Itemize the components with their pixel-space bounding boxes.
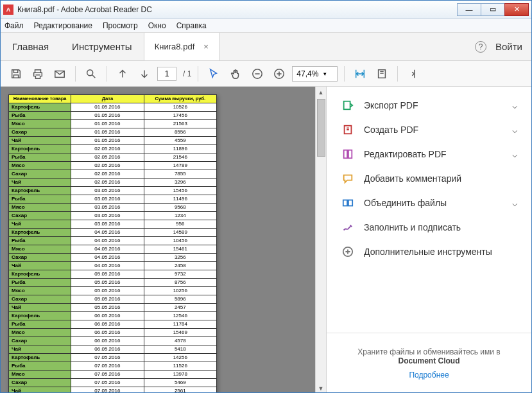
- tool-item[interactable]: Добавить комментарий: [327, 166, 531, 191]
- menu-window[interactable]: Окно: [148, 21, 166, 30]
- svg-rect-10: [348, 200, 352, 206]
- table-header: Дата: [71, 95, 144, 103]
- data-table: Наименование товараДатаСумма выручки, ру…: [8, 94, 217, 393]
- scroll-down-icon[interactable]: ▼: [316, 383, 326, 393]
- tool-icon: [341, 172, 355, 185]
- save-icon[interactable]: [7, 65, 25, 83]
- table-header: Сумма выручки, руб.: [144, 95, 216, 103]
- table-row: Чай06.05.20165418: [9, 345, 217, 354]
- scroll-thumb[interactable]: [317, 99, 325, 157]
- window-title: Книга8.pdf - Adobe Acrobat Reader DC: [17, 5, 152, 14]
- page-total: / 1: [183, 69, 191, 78]
- table-row: Картофель01.05.201610526: [9, 103, 217, 112]
- scroll-up-icon[interactable]: ▲: [316, 87, 326, 98]
- tab-document[interactable]: Книга8.pdf ×: [144, 33, 219, 60]
- tool-label: Объединить файлы: [364, 198, 447, 208]
- pdf-page: Наименование товараДатаСумма выручки, ру…: [8, 94, 217, 393]
- menu-help[interactable]: Справка: [176, 21, 207, 30]
- table-row: Мясо04.05.201615461: [9, 245, 217, 254]
- tool-label: Создать PDF: [364, 125, 418, 135]
- promo-link[interactable]: Подробнее: [341, 371, 517, 380]
- table-row: Мясо05.05.201610256: [9, 287, 217, 295]
- fit-width-icon[interactable]: [351, 65, 369, 83]
- page-number-input[interactable]: [157, 67, 176, 81]
- viewer-scrollbar[interactable]: ▲ ▼: [315, 87, 326, 393]
- table-row: Чай02.05.20163296: [9, 179, 217, 187]
- tabbar: Главная Инструменты Книга8.pdf × ? Войти: [1, 33, 531, 61]
- search-icon[interactable]: [82, 65, 100, 83]
- table-row: Картофель05.05.20169732: [9, 270, 217, 279]
- table-row: Рыба04.05.201610456: [9, 237, 217, 245]
- tab-home[interactable]: Главная: [1, 33, 60, 60]
- tab-tools[interactable]: Инструменты: [60, 33, 144, 60]
- table-row: Рыба03.05.201611496: [9, 195, 217, 204]
- tools-panel: Экспорт PDF⌵Создать PDF⌵Редактировать PD…: [326, 87, 531, 393]
- table-row: Мясо02.05.201614789: [9, 162, 217, 170]
- tool-icon: [341, 221, 355, 234]
- tool-icon: [341, 197, 355, 209]
- tool-label: Редактировать PDF: [364, 149, 447, 159]
- print-icon[interactable]: [29, 65, 47, 83]
- close-tab-icon[interactable]: ×: [203, 42, 209, 51]
- table-row: Картофель04.05.201614589: [9, 229, 217, 237]
- zoom-select[interactable]: 47,4%▾: [292, 66, 338, 82]
- tool-item[interactable]: Дополнительные инструменты: [327, 240, 531, 264]
- chevron-down-icon: ⌵: [512, 198, 517, 208]
- app-icon: A: [3, 4, 13, 15]
- table-row: Сахар06.05.20164578: [9, 337, 217, 345]
- menu-file[interactable]: Файл: [4, 21, 24, 30]
- table-row: Чай01.05.20164559: [9, 137, 217, 145]
- login-button[interactable]: Войти: [495, 41, 522, 52]
- chevron-down-icon: ⌵: [512, 149, 517, 159]
- chevron-down-icon: ⌵: [512, 100, 517, 110]
- svg-rect-9: [343, 200, 347, 206]
- tool-item[interactable]: Создать PDF⌵: [327, 118, 531, 142]
- table-row: Чай05.05.20162457: [9, 304, 217, 312]
- page-down-icon[interactable]: [135, 65, 153, 83]
- maximize-button[interactable]: ▭: [481, 3, 505, 16]
- menu-view[interactable]: Просмотр: [103, 21, 138, 30]
- page-up-icon[interactable]: [114, 65, 132, 83]
- table-row: Сахар04.05.20163256: [9, 254, 217, 262]
- tool-item[interactable]: Экспорт PDF⌵: [327, 93, 531, 118]
- table-row: Чай04.05.20162458: [9, 262, 217, 270]
- tool-icon: [341, 245, 355, 258]
- table-row: Чай07.05.20162561: [9, 387, 217, 394]
- select-tool-icon[interactable]: [205, 65, 223, 83]
- help-icon[interactable]: ?: [475, 41, 486, 53]
- table-row: Сахар02.05.20167855: [9, 170, 217, 179]
- document-viewer[interactable]: Наименование товараДатаСумма выручки, ру…: [1, 87, 315, 393]
- hand-tool-icon[interactable]: [227, 65, 245, 83]
- table-row: Картофель07.05.201614256: [9, 354, 217, 362]
- email-icon[interactable]: [51, 65, 69, 83]
- table-row: Чай03.05.2016956: [9, 220, 217, 229]
- tab-document-label: Книга8.pdf: [155, 42, 195, 51]
- tool-label: Экспорт PDF: [364, 100, 418, 110]
- table-row: Сахар05.05.20165896: [9, 295, 217, 304]
- menu-edit[interactable]: Редактирование: [34, 21, 92, 30]
- tool-item[interactable]: Объединить файлы⌵: [327, 191, 531, 215]
- table-row: Рыба02.05.201621546: [9, 153, 217, 162]
- collapse-panel-icon[interactable]: [404, 65, 422, 83]
- tool-icon: [341, 148, 355, 161]
- tool-item[interactable]: Редактировать PDF⌵: [327, 142, 531, 166]
- svg-rect-7: [344, 150, 347, 159]
- table-row: Сахар01.05.20168556: [9, 128, 217, 137]
- tool-item[interactable]: Заполнить и подписать: [327, 215, 531, 240]
- table-row: Рыба01.05.201617456: [9, 112, 217, 120]
- menubar: Файл Редактирование Просмотр Окно Справк…: [1, 19, 531, 33]
- svg-rect-5: [344, 101, 350, 110]
- table-row: Картофель06.05.201612546: [9, 312, 217, 320]
- close-button[interactable]: ✕: [504, 3, 529, 16]
- table-row: Сахар07.05.20165469: [9, 379, 217, 387]
- table-row: Мясо01.05.201621563: [9, 120, 217, 128]
- zoom-out-icon[interactable]: [248, 65, 266, 83]
- fit-page-icon[interactable]: [373, 65, 391, 83]
- titlebar: A Книга8.pdf - Adobe Acrobat Reader DC —…: [1, 1, 531, 19]
- promo-bold: Document Cloud: [399, 356, 460, 365]
- svg-point-1: [87, 69, 93, 75]
- table-row: Мясо03.05.20169568: [9, 204, 217, 212]
- zoom-in-icon[interactable]: [270, 65, 288, 83]
- table-row: Рыба05.05.20168756: [9, 279, 217, 287]
- minimize-button[interactable]: —: [457, 3, 481, 16]
